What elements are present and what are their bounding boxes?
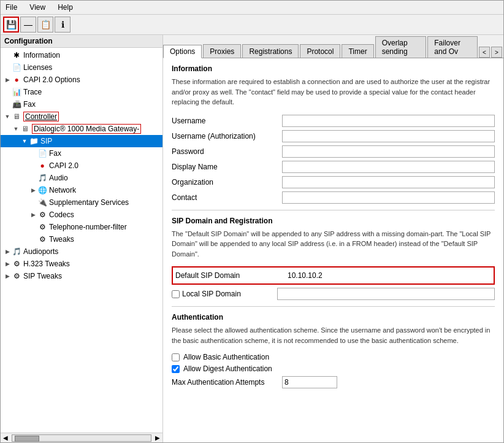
tab-proxies[interactable]: Proxies bbox=[203, 44, 241, 58]
tree-item-sip[interactable]: ▼ 📁 SIP bbox=[1, 135, 162, 147]
tree-item-fax[interactable]: 📠 Fax bbox=[1, 98, 162, 110]
fax2-icon: 📄 bbox=[37, 148, 47, 158]
scroll-left-btn[interactable]: ◀ bbox=[1, 434, 10, 441]
scroll-right-btn[interactable]: ▶ bbox=[153, 434, 162, 441]
max-attempts-input[interactable] bbox=[282, 376, 337, 388]
siptweaks-icon: ⚙ bbox=[12, 271, 21, 281]
main-area: Configuration ✱ Information 📄 Licenses bbox=[1, 35, 503, 442]
menu-help[interactable]: Help bbox=[55, 2, 75, 13]
tree-item-fax2[interactable]: 📄 Fax bbox=[1, 147, 162, 160]
default-sip-domain-row: Default SIP Domain bbox=[172, 266, 495, 285]
username-auth-input[interactable] bbox=[282, 130, 495, 142]
tree-item-audio[interactable]: 🎵 Audio bbox=[1, 172, 162, 184]
tree-item-capi2[interactable]: ● CAPI 2.0 bbox=[1, 160, 162, 172]
local-sip-domain-input[interactable] bbox=[277, 288, 495, 300]
tree-label-licenses: Licenses bbox=[23, 63, 52, 72]
tree-label-audioports: Audioports bbox=[23, 247, 58, 256]
right-panel: Options Proxies Registrations Protocol T… bbox=[163, 35, 503, 442]
tab-options[interactable]: Options bbox=[163, 45, 202, 58]
tree-item-information[interactable]: ✱ Information bbox=[1, 49, 162, 61]
username-auth-label: Username (Authorization) bbox=[172, 132, 282, 141]
menu-file[interactable]: File bbox=[3, 2, 20, 13]
tab-failover[interactable]: Failover and Ov bbox=[427, 36, 478, 58]
save-button[interactable]: 💾 bbox=[3, 17, 19, 33]
sip-icon: 📁 bbox=[29, 136, 39, 146]
contact-label: Contact bbox=[172, 193, 282, 202]
dialogic-icon: 🖥 bbox=[20, 124, 30, 134]
default-sip-domain-label: Default SIP Domain bbox=[175, 271, 286, 280]
tabs-nav: < > bbox=[479, 47, 503, 58]
tree-label-trace: Trace bbox=[23, 88, 42, 96]
tree-item-h323tweaks[interactable]: ▶ ⚙ H.323 Tweaks bbox=[1, 258, 162, 270]
tab-next-button[interactable]: > bbox=[491, 47, 502, 58]
tree-item-dialogic[interactable]: ▼ 🖥 Dialogic® 1000 Media Gateway- bbox=[1, 123, 162, 135]
default-sip-domain-input[interactable] bbox=[286, 269, 491, 282]
sip-domain-desc: The "Default SIP Domain" will be appende… bbox=[172, 229, 495, 260]
main-window: File View Help 💾 — 📋 ℹ Configuration ✱ I… bbox=[0, 0, 504, 443]
tree-item-supplementary[interactable]: 🔌 Supplementary Services bbox=[1, 196, 162, 209]
tree-item-codecs[interactable]: ▶ ⚙ Codecs bbox=[1, 209, 162, 221]
panel-header: Configuration bbox=[1, 35, 162, 48]
expand-codecs: ▶ bbox=[29, 210, 37, 219]
expand-information bbox=[3, 51, 12, 60]
sip-domain-title: SIP Domain and Registration bbox=[172, 217, 495, 225]
expand-tweaks bbox=[29, 235, 37, 244]
contact-row: Contact bbox=[172, 191, 495, 204]
allow-basic-checkbox[interactable] bbox=[172, 353, 180, 361]
tab-protocol[interactable]: Protocol bbox=[300, 44, 340, 58]
tabs-bar: Options Proxies Registrations Protocol T… bbox=[163, 35, 503, 58]
document-button[interactable]: 📋 bbox=[37, 17, 53, 33]
organization-input[interactable] bbox=[282, 176, 495, 188]
expand-fax bbox=[3, 100, 12, 109]
expand-capi20: ▶ bbox=[3, 75, 12, 84]
local-sip-domain-checkbox[interactable] bbox=[172, 290, 180, 298]
capi2-icon: ● bbox=[37, 161, 47, 171]
display-name-input[interactable] bbox=[282, 161, 495, 173]
tree-item-audioports[interactable]: ▶ 🎵 Audioports bbox=[1, 245, 162, 258]
organization-label: Organization bbox=[172, 178, 282, 187]
tweaks-icon: ⚙ bbox=[37, 234, 47, 244]
tree-item-telfilter[interactable]: ⚙ Telephone-number-filter bbox=[1, 221, 162, 233]
tree-item-licenses[interactable]: 📄 Licenses bbox=[1, 61, 162, 74]
trace-icon: 📊 bbox=[12, 87, 21, 97]
tree-item-trace[interactable]: 📊 Trace bbox=[1, 86, 162, 98]
audioports-icon: 🎵 bbox=[12, 247, 21, 256]
max-attempts-label: Max Authentication Attempts bbox=[172, 378, 282, 387]
divider-1 bbox=[172, 210, 495, 210]
username-label: Username bbox=[172, 117, 282, 125]
expand-telfilter bbox=[29, 223, 37, 231]
menu-bar: File View Help bbox=[1, 1, 503, 15]
network-icon: 🌐 bbox=[37, 185, 47, 195]
local-sip-domain-row: Local SIP Domain bbox=[172, 288, 495, 300]
licenses-icon: 📄 bbox=[12, 63, 21, 72]
minus-button[interactable]: — bbox=[20, 17, 36, 33]
tab-registrations[interactable]: Registrations bbox=[242, 44, 299, 58]
content-area: Information These information are requir… bbox=[163, 58, 503, 442]
telfilter-icon: ⚙ bbox=[37, 222, 47, 232]
tree-item-capi20[interactable]: ▶ ● CAPI 2.0 Options bbox=[1, 74, 162, 86]
tree-label-siptweaks: SIP Tweaks bbox=[23, 272, 62, 280]
password-input[interactable] bbox=[282, 145, 495, 158]
tree-label-controller: Controller bbox=[23, 112, 59, 121]
tree-item-tweaks[interactable]: ⚙ Tweaks bbox=[1, 233, 162, 245]
menu-view[interactable]: View bbox=[27, 2, 48, 13]
tree-label-supplementary: Supplementary Services bbox=[49, 198, 129, 207]
tab-timer[interactable]: Timer bbox=[342, 44, 373, 58]
tab-overlap[interactable]: Overlap sending bbox=[375, 36, 427, 58]
tab-prev-button[interactable]: < bbox=[479, 47, 490, 58]
expand-trace bbox=[3, 88, 12, 96]
contact-input[interactable] bbox=[282, 191, 495, 204]
expand-network: ▶ bbox=[29, 186, 37, 195]
help-button[interactable]: ℹ bbox=[55, 17, 71, 33]
tree-item-network[interactable]: ▶ 🌐 Network bbox=[1, 184, 162, 196]
expand-controller: ▼ bbox=[3, 112, 12, 121]
expand-audioports: ▶ bbox=[3, 247, 12, 256]
local-sip-domain-label: Local SIP Domain bbox=[182, 290, 277, 298]
allow-digest-checkbox[interactable] bbox=[172, 365, 180, 373]
horizontal-scrollbar[interactable] bbox=[12, 434, 151, 442]
tree-item-siptweaks[interactable]: ▶ ⚙ SIP Tweaks bbox=[1, 270, 162, 282]
tree-item-controller[interactable]: ▼ 🖥 Controller bbox=[1, 110, 162, 123]
expand-siptweaks: ▶ bbox=[3, 272, 12, 280]
information-icon: ✱ bbox=[12, 50, 21, 60]
username-input[interactable] bbox=[282, 115, 495, 127]
